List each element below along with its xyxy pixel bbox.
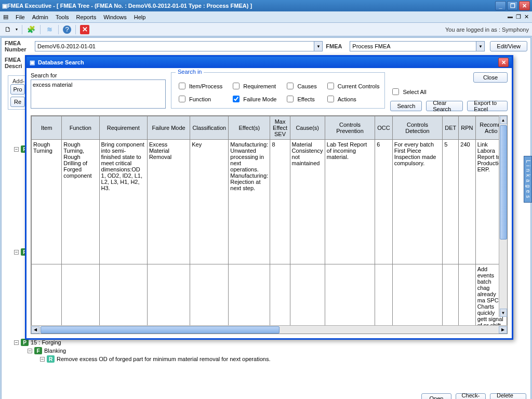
- cell-requirement: [99, 264, 147, 326]
- scroll-up-icon[interactable]: ▲: [500, 116, 507, 124]
- menu-help[interactable]: Help: [134, 14, 146, 20]
- search-in-label: Search in: [176, 69, 204, 75]
- maximize-button[interactable]: ❐: [507, 1, 518, 10]
- requirement-checkbox[interactable]: [233, 83, 240, 89]
- menu-tools[interactable]: Tools: [56, 14, 69, 20]
- close-window-button[interactable]: ✕: [519, 1, 530, 10]
- column-header[interactable]: Classification: [190, 116, 229, 140]
- layers-icon[interactable]: ≋: [45, 25, 54, 34]
- scroll-right-icon[interactable]: ▶: [499, 326, 507, 334]
- menu-windows[interactable]: Windows: [103, 14, 127, 20]
- effects-checkbox[interactable]: [287, 96, 294, 102]
- item-process-checkbox[interactable]: [179, 83, 185, 89]
- collapse-icon[interactable]: −: [14, 250, 19, 255]
- column-header[interactable]: Item: [32, 116, 62, 140]
- table-row[interactable]: Rough TurningRough Turning, Rough Drilli…: [32, 140, 507, 264]
- mdi-restore-icon[interactable]: ❐: [516, 14, 521, 20]
- column-header[interactable]: Cause(s): [290, 116, 325, 140]
- pro-button[interactable]: Pro: [10, 84, 25, 95]
- mdi-minimize-icon[interactable]: [508, 17, 513, 18]
- process-node-icon: P: [21, 339, 29, 346]
- scroll-left-icon[interactable]: ◀: [31, 326, 39, 334]
- requirement-node-icon: R: [47, 355, 55, 363]
- tree-icon[interactable]: 🧩: [26, 25, 36, 34]
- column-header[interactable]: DET: [443, 116, 459, 140]
- fmea-number-combo[interactable]: DemoV6.0-2012-01-01 ▼: [35, 41, 323, 51]
- collapse-icon[interactable]: −: [14, 340, 19, 345]
- cell-function: Rough Turning, Rough Drilling of Forged …: [62, 140, 99, 264]
- column-header[interactable]: Failure Mode: [147, 116, 190, 140]
- collapse-icon[interactable]: −: [28, 349, 32, 353]
- column-header[interactable]: Function: [62, 116, 99, 140]
- results-grid: ItemFunctionRequirementFailure ModeClass…: [31, 115, 508, 334]
- menu-file[interactable]: File: [16, 14, 25, 20]
- results-table[interactable]: ItemFunctionRequirementFailure ModeClass…: [31, 116, 507, 325]
- cell-effects: [229, 264, 270, 326]
- function-node-icon: F: [34, 347, 42, 354]
- search-for-input[interactable]: [31, 79, 166, 109]
- search-button[interactable]: Search: [390, 101, 422, 111]
- chevron-down-icon[interactable]: ▼: [314, 42, 322, 51]
- select-all-checkbox[interactable]: [392, 88, 399, 95]
- menu-admin[interactable]: Admin: [32, 14, 48, 20]
- cell-failure_mode: [147, 264, 190, 326]
- mdi-close-icon[interactable]: ✕: [524, 14, 529, 20]
- re-button[interactable]: Re: [10, 97, 25, 107]
- cell-cause: Material Consistency not maintained: [290, 140, 325, 264]
- cell-prevention: [325, 264, 375, 326]
- database-search-dialog: ▣ Database Search ✕ Search for Search in…: [25, 55, 513, 340]
- failure-mode-checkbox[interactable]: [233, 96, 240, 102]
- column-header[interactable]: OCC: [375, 116, 393, 140]
- cell-occ: 6: [375, 140, 393, 264]
- column-header[interactable]: Controls Prevention: [325, 116, 375, 140]
- cell-requirement: Bring component into semi-finished state…: [99, 140, 147, 264]
- close-dialog-button[interactable]: ✕: [498, 58, 509, 67]
- clear-search-button[interactable]: Clear Search: [426, 101, 463, 111]
- scroll-down-icon[interactable]: ▼: [500, 309, 507, 317]
- help-icon[interactable]: ?: [63, 25, 71, 34]
- collapse-icon[interactable]: −: [14, 147, 19, 152]
- tree-node-label[interactable]: 15 : Forging: [31, 339, 61, 345]
- menu-app-icon: ▤: [3, 14, 8, 20]
- fmea-type-value: Process FMEA: [352, 43, 390, 49]
- new-document-icon[interactable]: 🗋: [3, 25, 12, 34]
- open-button[interactable]: Open: [421, 393, 451, 399]
- cell-rpn: [459, 264, 475, 326]
- stop-icon[interactable]: ✕: [80, 25, 89, 34]
- fmea-type-combo[interactable]: Process FMEA ▼: [350, 41, 485, 51]
- cell-classification: Key: [190, 140, 229, 264]
- function-checkbox[interactable]: [179, 96, 185, 102]
- current-controls-checkbox[interactable]: [327, 83, 334, 89]
- vertical-scrollbar[interactable]: ▲ ▼: [499, 116, 507, 317]
- minimize-button[interactable]: _: [495, 1, 506, 10]
- tree-node-label[interactable]: Blanking: [44, 348, 66, 354]
- cell-cause: [290, 264, 325, 326]
- dialog-title: Database Search: [38, 59, 84, 65]
- column-header[interactable]: Effect(s): [229, 116, 270, 140]
- horizontal-scrollbar[interactable]: ◀ ▶: [31, 325, 507, 334]
- tree-node-label[interactable]: Remove excess OD of forged part for mini…: [57, 356, 270, 362]
- cell-rpn: 240: [459, 140, 475, 264]
- export-excel-button[interactable]: Export to Excel: [467, 101, 508, 111]
- linkages-tab[interactable]: L i n k a g e s: [524, 156, 532, 203]
- column-header[interactable]: Max Effect SEV: [270, 116, 290, 140]
- edit-view-button[interactable]: Edit/View: [490, 41, 527, 51]
- column-header[interactable]: RPN: [459, 116, 475, 140]
- causes-checkbox[interactable]: [287, 83, 294, 89]
- cell-prevention: Lab Test Report of incoming material.: [325, 140, 375, 264]
- search-in-fieldset: Search in Item/Process Requirement Cause…: [171, 72, 385, 109]
- column-header[interactable]: Requirement: [99, 116, 147, 140]
- actions-checkbox[interactable]: [327, 96, 334, 102]
- collapse-icon[interactable]: −: [40, 357, 45, 362]
- window-titlebar: ▣ FMEA Executive - [ FMEA Tree - (FMEA N…: [0, 0, 532, 11]
- cell-sev: 8: [270, 140, 290, 264]
- close-button[interactable]: Close: [473, 72, 508, 83]
- table-row[interactable]: Add events batch chag already ma SPC Cha…: [32, 264, 507, 326]
- menu-reports[interactable]: Reports: [76, 14, 97, 20]
- checkin-button[interactable]: Check-in: [456, 393, 486, 399]
- delete-link-button[interactable]: Delete Link: [490, 393, 526, 399]
- window-title: FMEA Executive - [ FMEA Tree - (FMEA No.…: [7, 3, 252, 9]
- column-header[interactable]: Controls Detection: [392, 116, 442, 140]
- chevron-down-icon[interactable]: ▼: [476, 42, 484, 51]
- cell-effects: Manufacturing: Unwanted processing in ne…: [229, 140, 270, 264]
